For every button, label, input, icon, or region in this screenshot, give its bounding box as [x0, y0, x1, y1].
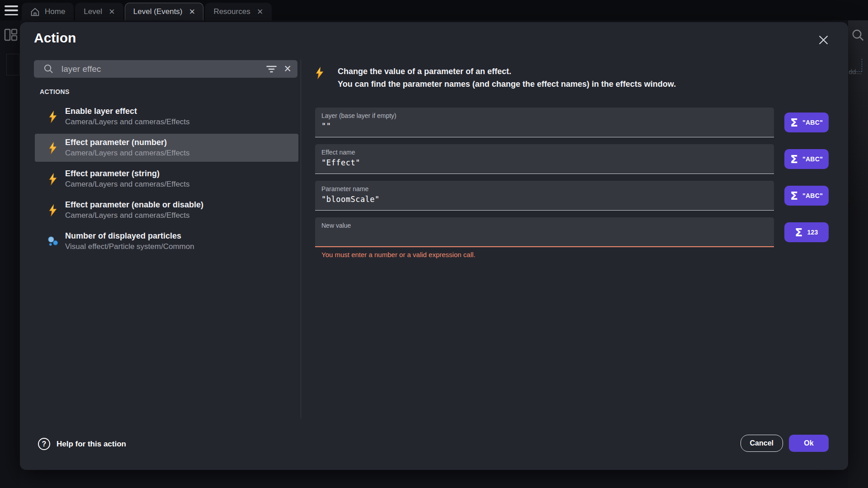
field-label: New value — [321, 222, 768, 229]
item-title: Number of displayed particles — [65, 231, 194, 241]
field-input-layer-base-layer-if-empty[interactable]: Layer (base layer if empty)"" — [315, 108, 774, 137]
particles-icon — [47, 236, 59, 247]
action-dialog: Action × ACTIONS Enabl — [20, 22, 848, 470]
background-left-strip — [0, 20, 20, 488]
action-item-enable-layer-effect[interactable]: Enable layer effectCamera/Layers and cam… — [35, 103, 298, 131]
item-path: Visual effect/Particle system/Common — [65, 242, 194, 251]
action-search-box: × — [34, 60, 297, 78]
field-input-parameter-name[interactable]: Parameter name"bloomScale" — [315, 181, 774, 211]
tab-level[interactable]: Level× — [75, 3, 123, 20]
field-value: "Effect" — [321, 158, 768, 167]
action-item-number-of-displayed-particles[interactable]: Number of displayed particlesVisual effe… — [35, 227, 298, 255]
tab-close-icon[interactable]: × — [109, 7, 115, 17]
help-icon: ? — [38, 438, 50, 450]
description-icon-slot — [315, 67, 324, 90]
description-line2: You can find the parameter names (and ch… — [338, 78, 676, 90]
actions-section-label: ACTIONS — [40, 88, 70, 95]
tab-close-icon[interactable]: × — [257, 7, 263, 17]
search-input[interactable] — [61, 64, 259, 75]
item-path: Camera/Layers and cameras/Effects — [65, 149, 190, 158]
item-text: Effect parameter (string)Camera/Layers a… — [65, 169, 190, 189]
field-value: "bloomScale" — [321, 195, 768, 204]
expression-button-label: 123 — [807, 229, 818, 236]
expression-button-label: "ABC" — [802, 119, 823, 126]
layout-grid-icon — [4, 28, 18, 41]
panel-divider — [301, 60, 301, 418]
help-button[interactable]: ? Help for this action — [38, 438, 126, 450]
field-input-new-value[interactable]: New value — [315, 217, 774, 247]
action-list: Enable layer effectCamera/Layers and cam… — [35, 103, 298, 258]
tab-label: Home — [45, 7, 65, 16]
main-menu-icon[interactable] — [5, 5, 18, 15]
tab-bar: HomeLevel×Level (Events)×Resources× — [0, 0, 868, 20]
tab-resources[interactable]: Resources× — [205, 3, 271, 20]
field-label: Effect name — [321, 149, 768, 156]
field-value: "" — [321, 122, 768, 131]
sigma-icon: Σ — [795, 227, 802, 238]
lightning-bolt-icon — [48, 204, 57, 216]
tab-label: Level — [84, 7, 102, 16]
tab-strip: HomeLevel×Level (Events)×Resources× — [22, 3, 272, 20]
tab-label: Level (Events) — [133, 7, 183, 16]
item-path: Camera/Layers and cameras/Effects — [65, 117, 190, 127]
search-icon — [43, 64, 54, 74]
lightning-bolt-icon — [48, 142, 57, 154]
sigma-icon: Σ — [790, 190, 798, 202]
action-description: Change the value of a parameter of an ef… — [315, 65, 676, 90]
cancel-button[interactable]: Cancel — [741, 435, 783, 452]
item-path: Camera/Layers and cameras/Effects — [65, 211, 203, 220]
tab-home[interactable]: Home — [22, 3, 74, 20]
item-text: Enable layer effectCamera/Layers and cam… — [65, 107, 190, 127]
action-item-effect-parameter-string[interactable]: Effect parameter (string)Camera/Layers a… — [35, 165, 298, 193]
sigma-icon: Σ — [790, 117, 798, 128]
item-icon-slot — [47, 142, 59, 154]
lightning-bolt-icon — [48, 173, 57, 185]
item-text: Effect parameter (enable or disable)Came… — [65, 200, 203, 220]
field-label: Parameter name — [321, 185, 768, 192]
help-label: Help for this action — [57, 440, 126, 449]
item-title: Effect parameter (string) — [65, 169, 190, 178]
item-icon-slot — [47, 111, 59, 123]
sigma-icon: Σ — [790, 154, 798, 165]
item-title: Enable layer effect — [65, 107, 190, 116]
field-label: Layer (base layer if empty) — [321, 112, 768, 119]
expression-button-label: "ABC" — [802, 155, 823, 163]
action-item-effect-parameter-number[interactable]: Effect parameter (number)Camera/Layers a… — [35, 134, 298, 162]
parameter-fields: Layer (base layer if empty)""Σ"ABC"Effec… — [315, 108, 830, 265]
expression-builder-button[interactable]: Σ123 — [784, 222, 829, 242]
lightning-bolt-icon — [315, 67, 324, 79]
clear-search-icon[interactable]: × — [284, 63, 291, 75]
expression-builder-button[interactable]: Σ"ABC" — [784, 186, 829, 206]
item-title: Effect parameter (enable or disable) — [65, 200, 203, 210]
field-row-layer-base-layer-if-empty: Layer (base layer if empty)""Σ"ABC" — [315, 108, 830, 137]
field-input-effect-name[interactable]: Effect name"Effect" — [315, 144, 774, 174]
item-icon-slot — [47, 173, 59, 185]
close-icon[interactable] — [816, 33, 830, 47]
tab-close-icon[interactable]: × — [189, 7, 195, 17]
action-item-effect-parameter-enable-or-disable[interactable]: Effect parameter (enable or disable)Came… — [35, 196, 298, 224]
field-row-parameter-name: Parameter name"bloomScale"Σ"ABC" — [315, 181, 830, 211]
home-icon — [30, 7, 40, 17]
dialog-title: Action — [34, 30, 76, 46]
expression-builder-button[interactable]: Σ"ABC" — [784, 149, 829, 169]
item-title: Effect parameter (number) — [65, 138, 190, 147]
tab-level-events[interactable]: Level (Events)× — [125, 3, 204, 20]
field-row-effect-name: Effect name"Effect"Σ"ABC" — [315, 144, 830, 174]
item-icon-slot — [47, 204, 59, 216]
description-text: Change the value of a parameter of an ef… — [338, 65, 676, 90]
item-path: Camera/Layers and cameras/Effects — [65, 180, 190, 189]
item-text: Number of displayed particlesVisual effe… — [65, 231, 194, 251]
filter-icon[interactable] — [266, 64, 277, 74]
description-line1: Change the value of a parameter of an ef… — [338, 65, 676, 78]
expression-button-label: "ABC" — [802, 192, 823, 199]
field-error-message: You must enter a number or a valid expre… — [315, 251, 774, 258]
background-right-strip: dd... — [848, 20, 868, 488]
item-icon-slot — [47, 236, 59, 247]
tab-label: Resources — [213, 7, 250, 16]
dialog-footer-buttons: Cancel Ok — [741, 435, 829, 452]
item-text: Effect parameter (number)Camera/Layers a… — [65, 138, 190, 158]
lightning-bolt-icon — [48, 111, 57, 123]
expression-builder-button[interactable]: Σ"ABC" — [784, 113, 829, 132]
ok-button[interactable]: Ok — [789, 435, 829, 452]
events-search-icon — [851, 28, 865, 42]
